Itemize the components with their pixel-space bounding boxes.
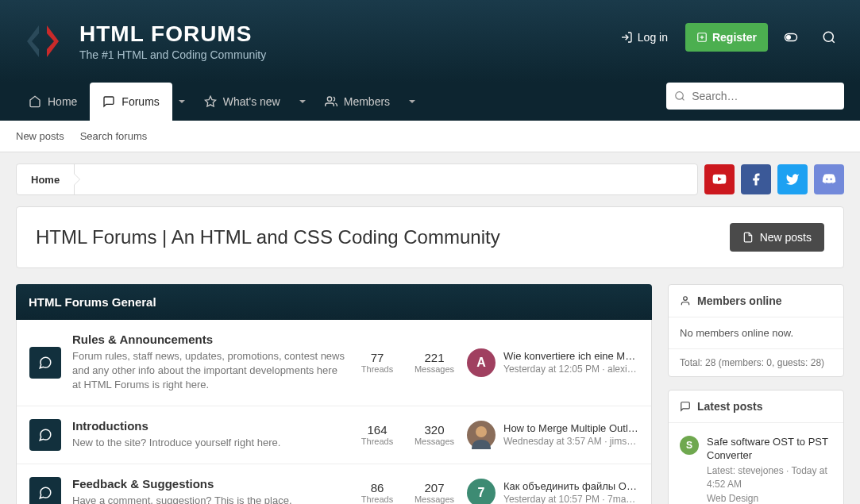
- theme-icon: [784, 30, 798, 44]
- latest-thread-title[interactable]: Wie konvertiere ich eine MSG-D…: [503, 350, 638, 362]
- chat-icon: [38, 428, 52, 442]
- svg-line-7: [831, 40, 834, 42]
- latest-post-title[interactable]: Safe software OST to PST Converter: [707, 436, 832, 463]
- document-icon: [742, 232, 754, 243]
- messages-count: 320: [413, 423, 456, 437]
- latest-post: How to Merge Multiple Outlook … Wednesda…: [467, 421, 638, 449]
- login-label: Log in: [638, 31, 668, 44]
- forum-list: Rules & Announcements Forum rules, staff…: [16, 320, 652, 504]
- site-title: HTML FORUMS: [79, 21, 266, 47]
- nav-forums-label: Forums: [121, 95, 159, 108]
- twitter-button[interactable]: [777, 164, 808, 194]
- latest-posts-body: S Safe software OST to PST Converter Lat…: [669, 423, 843, 504]
- forum-title[interactable]: Introductions: [72, 419, 345, 433]
- forum-title[interactable]: Feedback & Suggestions: [72, 477, 345, 491]
- discord-icon: [822, 172, 836, 187]
- latest-thread-title[interactable]: How to Merge Multiple Outlook …: [503, 422, 638, 434]
- register-button[interactable]: Register: [685, 23, 768, 52]
- latest-posts-widget: Latest posts S Safe software OST to PST …: [668, 390, 844, 504]
- twitter-icon: [785, 172, 800, 187]
- register-icon: [696, 32, 708, 43]
- subnav-searchforums[interactable]: Search forums: [80, 130, 148, 142]
- nav-forums[interactable]: Forums: [90, 83, 172, 121]
- home-icon: [29, 95, 41, 108]
- register-label: Register: [712, 31, 757, 44]
- main-nav: Home Forums What's new Members: [0, 83, 860, 121]
- user-icon: [680, 295, 691, 306]
- section-header: HTML Forums General: [16, 284, 652, 320]
- forum-icon: [29, 419, 61, 451]
- messages-count: 207: [413, 481, 456, 494]
- svg-line-11: [682, 98, 685, 101]
- nav-whatsnew[interactable]: What's new: [191, 83, 293, 121]
- new-posts-label: New posts: [760, 231, 812, 244]
- new-posts-button[interactable]: New posts: [730, 223, 824, 252]
- nav-search-box[interactable]: [666, 83, 844, 110]
- chevron-down-icon: [179, 100, 185, 103]
- members-online-header: Members online: [669, 285, 843, 317]
- latest-thread-meta: Yesterday at 10:57 PM · 7maxwarr…: [503, 494, 638, 504]
- breadcrumb: Home: [16, 164, 698, 195]
- svg-marker-8: [205, 96, 215, 106]
- discord-button[interactable]: [814, 164, 844, 194]
- search-input[interactable]: [692, 90, 836, 102]
- search-icon: [822, 30, 836, 44]
- nav-home-label: Home: [48, 95, 77, 108]
- nav-members[interactable]: Members: [312, 83, 403, 121]
- site-header: HTML FORUMS The #1 HTML and Coding Commu…: [0, 0, 860, 83]
- forum-description: Have a comment, suggestion? This is the …: [72, 494, 345, 504]
- messages-label: Messages: [413, 494, 456, 504]
- avatar[interactable]: 7: [467, 479, 496, 504]
- subnav-newposts[interactable]: New posts: [16, 130, 64, 142]
- nav-members-dropdown[interactable]: [403, 83, 422, 121]
- facebook-button[interactable]: [741, 164, 771, 194]
- latest-posts-title: Latest posts: [697, 400, 762, 413]
- forum-icon: [29, 477, 61, 504]
- nav-whatsnew-dropdown[interactable]: [293, 83, 312, 121]
- chat-icon: [680, 401, 691, 412]
- latest-thread-title[interactable]: Как объединить файлы Outloo…: [503, 480, 638, 492]
- svg-point-6: [823, 32, 833, 41]
- members-icon: [325, 95, 337, 108]
- nav-home[interactable]: Home: [16, 83, 90, 121]
- threads-label: Threads: [356, 437, 399, 446]
- breadcrumb-home[interactable]: Home: [17, 164, 75, 194]
- members-online-body: No members online now.: [669, 317, 843, 348]
- svg-point-9: [327, 97, 331, 101]
- members-online-title: Members online: [697, 294, 782, 307]
- logo-area[interactable]: HTML FORUMS The #1 HTML and Coding Commu…: [19, 17, 266, 65]
- theme-toggle-button[interactable]: [776, 22, 806, 52]
- avatar[interactable]: [467, 421, 496, 449]
- avatar[interactable]: S: [680, 436, 699, 455]
- youtube-button[interactable]: [704, 164, 735, 194]
- nav-whatsnew-label: What's new: [223, 95, 280, 108]
- svg-point-12: [476, 426, 487, 437]
- messages-count: 221: [413, 351, 456, 364]
- facebook-icon: [749, 172, 763, 187]
- nav-members-label: Members: [344, 95, 390, 108]
- threads-count: 164: [356, 423, 399, 437]
- youtube-icon: [712, 172, 727, 187]
- latest-posts-header: Latest posts: [669, 391, 843, 423]
- page-title: HTML Forums | An HTML and CSS Coding Com…: [36, 226, 500, 248]
- login-link[interactable]: Log in: [611, 23, 677, 52]
- latest-post: A Wie konvertiere ich eine MSG-D… Yester…: [467, 348, 638, 377]
- site-tagline: The #1 HTML and Coding Community: [79, 48, 266, 61]
- avatar[interactable]: A: [467, 348, 496, 377]
- threads-count: 86: [356, 481, 399, 494]
- nav-forums-dropdown[interactable]: [172, 83, 191, 121]
- latest-post-meta: Latest: stevejones · Today at 4:52 AM: [707, 464, 832, 491]
- threads-count: 77: [356, 351, 399, 364]
- forum-row: Feedback & Suggestions Have a comment, s…: [17, 464, 651, 504]
- members-online-footer: Total: 28 (members: 0, guests: 28): [669, 348, 843, 376]
- forum-description: Forum rules, staff news, updates, promot…: [72, 349, 345, 393]
- search-button[interactable]: [814, 22, 844, 52]
- login-icon: [620, 31, 633, 44]
- latest-post-category[interactable]: Web Design: [707, 492, 832, 504]
- chevron-down-icon: [299, 100, 306, 103]
- threads-label: Threads: [356, 494, 399, 504]
- svg-point-5: [786, 35, 791, 40]
- search-icon: [674, 90, 685, 102]
- forum-title[interactable]: Rules & Announcements: [72, 333, 345, 346]
- svg-point-10: [676, 92, 684, 100]
